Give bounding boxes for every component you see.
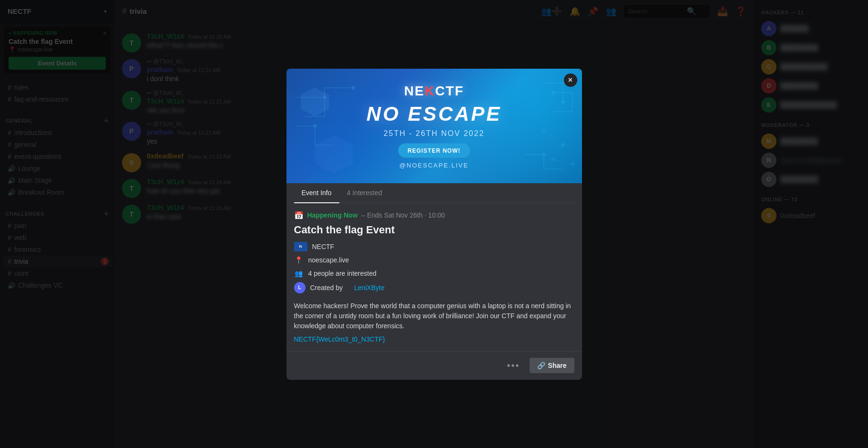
svg-line-10: [553, 145, 563, 159]
location-icon: 📍: [294, 255, 304, 265]
happening-now-text: Happening Now: [307, 211, 358, 219]
svg-point-3: [562, 101, 564, 104]
organizer-row: N NECTF: [294, 242, 574, 251]
event-description: Welcome hackers! Prove the world that a …: [294, 301, 574, 331]
event-flag[interactable]: NECTF{WeLc0m3_t0_N3CTF}: [294, 335, 385, 343]
svg-point-2: [314, 125, 317, 127]
svg-line-12: [544, 131, 563, 145]
people-icon: 👥: [294, 269, 304, 278]
interested-count: 4 people are interested: [308, 270, 377, 277]
banner-logo: NEKCTF: [367, 83, 501, 98]
banner-date: 25TH - 26TH NOV 2022: [367, 129, 501, 137]
modal-footer: ••• 🔗 Share: [286, 351, 582, 380]
svg-line-11: [553, 159, 572, 164]
banner-register: REGISTER NOW!: [398, 143, 470, 157]
svg-point-1: [352, 86, 355, 89]
svg-point-5: [542, 153, 545, 156]
tab-interested[interactable]: 4 Interested: [339, 183, 390, 203]
organizer-name: NECTF: [312, 243, 335, 250]
event-meta: N NECTF 📍 noescape.live 👥 4 people are i…: [294, 242, 574, 293]
modal-overlay: NEKCTF NO ESCAPE 25TH - 26TH NOV 2022 RE…: [0, 0, 868, 448]
modal-body: Event Info 4 Interested 📅 Happening Now …: [286, 183, 582, 351]
creator-avatar: L: [294, 282, 306, 293]
share-button[interactable]: 🔗 Share: [530, 358, 574, 373]
created-by-row: L Created by LeniXByte: [294, 282, 574, 293]
location-row: 📍 noescape.live: [294, 255, 574, 265]
banner-title: NO ESCAPE: [367, 102, 501, 125]
created-by-label: Created by: [310, 284, 343, 292]
location-name: noescape.live: [308, 256, 349, 264]
tab-event-info[interactable]: Event Info: [294, 183, 339, 203]
event-status: 📅 Happening Now – Ends Sat Nov 26th · 10…: [294, 211, 574, 220]
creator-link[interactable]: LeniXByte: [354, 284, 385, 292]
event-modal-title: Catch the flag Event: [294, 224, 574, 236]
calendar-icon: 📅: [294, 211, 304, 220]
interested-count-row: 👥 4 people are interested: [294, 269, 574, 278]
banner-content: NEKCTF NO ESCAPE 25TH - 26TH NOV 2022 RE…: [367, 83, 501, 168]
modal-close-button[interactable]: ×: [564, 73, 577, 87]
modal-tabs: Event Info 4 Interested: [294, 183, 574, 203]
event-end-detail: – Ends Sat Nov 26th · 10:00: [361, 211, 445, 219]
event-modal: NEKCTF NO ESCAPE 25TH - 26TH NOV 2022 RE…: [286, 69, 582, 380]
banner-handle: @NOESCAPE.LIVE: [367, 161, 501, 168]
nectf-logo: N: [294, 242, 307, 251]
link-icon: 🔗: [537, 362, 545, 369]
svg-point-4: [552, 91, 555, 94]
event-banner: NEKCTF NO ESCAPE 25TH - 26TH NOV 2022 RE…: [286, 69, 582, 183]
more-options-button[interactable]: •••: [503, 357, 524, 374]
